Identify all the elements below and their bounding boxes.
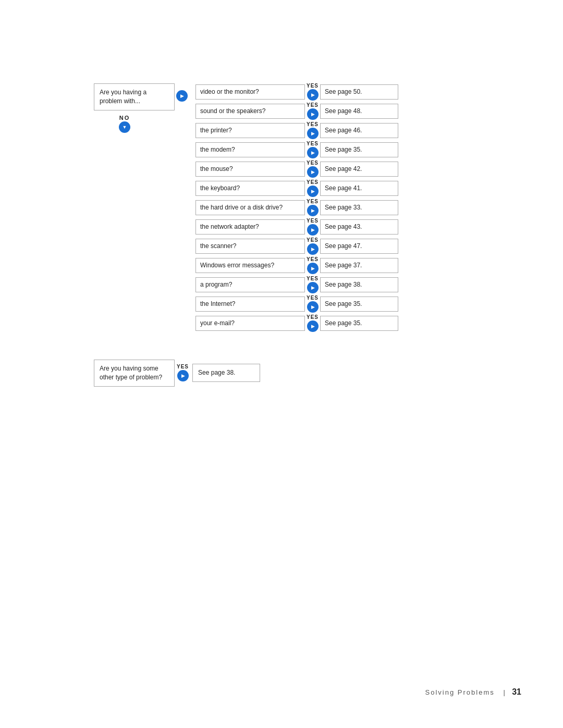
yes-arrow-group: YES	[307, 315, 319, 332]
item-answer-box: See page 48.	[320, 104, 398, 119]
item-answer-box: See page 43.	[320, 219, 398, 235]
yes-right-arrow	[307, 263, 319, 274]
item-answer-box: See page 42.	[320, 162, 398, 177]
item-question-box: video or the monitor?	[195, 84, 305, 100]
yes-arrow-group: YES	[307, 199, 319, 216]
item-answer-box: See page 37.	[320, 258, 398, 273]
no-arrow-area: NO	[119, 115, 130, 133]
yes-label: YES	[307, 276, 319, 281]
item-question-box: your e-mail?	[195, 316, 305, 331]
item-question-box: the scanner?	[195, 239, 305, 254]
yes-label: YES	[307, 180, 319, 185]
bottom-yes-label-group: YES	[177, 364, 189, 381]
bottom-yes-label: YES	[177, 364, 189, 369]
yes-label: YES	[307, 238, 319, 243]
yes-arrow-group: YES	[307, 218, 319, 236]
bottom-answer-text: See page 38.	[198, 369, 235, 376]
bottom-answer-box: See page 38.	[192, 364, 260, 382]
yes-right-arrow	[307, 186, 319, 197]
item-answer-box: See page 33.	[320, 200, 398, 215]
bottom-yes-group: YES	[177, 364, 190, 381]
yes-arrow-group: YES	[307, 83, 319, 101]
bottom-yes-arrow	[177, 370, 189, 381]
bottom-question-text: Are you having some other type of proble…	[100, 365, 162, 381]
yes-right-arrow	[307, 108, 319, 120]
yes-right-arrow	[307, 147, 319, 158]
item-question-box: sound or the speakers?	[195, 104, 305, 119]
yes-arrow-group: YES	[307, 238, 319, 255]
page-footer: Solving Problems | 31	[425, 687, 521, 697]
yes-right-arrow	[307, 224, 319, 236]
item-question-box: the network adapter?	[195, 219, 305, 235]
item-row: the printer?YESSee page 46.	[195, 122, 456, 139]
item-answer-box: See page 50.	[320, 84, 398, 100]
item-question-box: the hard drive or a disk drive?	[195, 200, 305, 215]
yes-label: YES	[307, 295, 319, 301]
bottom-question-box: Are you having some other type of proble…	[94, 360, 175, 387]
yes-right-arrow	[307, 205, 319, 216]
item-answer-box: See page 41.	[320, 181, 398, 196]
items-section: video or the monitor?YESSee page 50.soun…	[195, 83, 456, 334]
yes-label: YES	[307, 83, 319, 89]
yes-arrow-group: YES	[307, 257, 319, 274]
yes-arrow-group: YES	[307, 295, 319, 313]
item-answer-box: See page 46.	[320, 123, 398, 138]
item-row: a program?YESSee page 38.	[195, 276, 456, 293]
item-question-box: the modem?	[195, 142, 305, 157]
item-answer-box: See page 35.	[320, 316, 398, 331]
yes-right-arrow	[307, 301, 319, 313]
item-row: the modem?YESSee page 35.	[195, 141, 456, 158]
item-question-box: the printer?	[195, 123, 305, 138]
main-question-text: Are you having a problem with...	[100, 89, 146, 105]
yes-arrow-group: YES	[307, 161, 319, 178]
yes-arrow-group: YES	[307, 103, 319, 120]
item-answer-box: See page 38.	[320, 277, 398, 292]
item-row: the Internet?YESSee page 35.	[195, 295, 456, 313]
item-row: Windows error messages?YESSee page 37.	[195, 257, 456, 274]
yes-right-arrow	[307, 282, 319, 293]
yes-right-arrow	[307, 89, 319, 101]
yes-label: YES	[307, 161, 319, 166]
yes-arrow-group: YES	[307, 180, 319, 197]
item-question-box: a program?	[195, 277, 305, 292]
yes-label: YES	[307, 141, 319, 146]
yes-arrow-group: YES	[307, 122, 319, 139]
item-row: the mouse?YESSee page 42.	[195, 161, 456, 178]
item-question-box: the mouse?	[195, 162, 305, 177]
no-label: NO	[119, 115, 130, 121]
footer-page-number: 31	[512, 687, 521, 696]
main-right-arrow-icon	[176, 90, 188, 102]
item-question-box: the keyboard?	[195, 181, 305, 196]
item-row: your e-mail?YESSee page 35.	[195, 315, 456, 332]
item-row: the keyboard?YESSee page 41.	[195, 180, 456, 197]
item-answer-box: See page 35.	[320, 297, 398, 312]
item-row: video or the monitor?YESSee page 50.	[195, 83, 456, 101]
yes-arrow-group: YES	[307, 141, 319, 158]
yes-right-arrow	[307, 320, 319, 332]
item-row: sound or the speakers?YESSee page 48.	[195, 103, 456, 120]
yes-right-arrow	[307, 128, 319, 139]
footer-separator: |	[504, 688, 506, 696]
footer-text: Solving Problems	[425, 688, 495, 696]
yes-label: YES	[307, 199, 319, 204]
item-row: the network adapter?YESSee page 43.	[195, 218, 456, 236]
yes-label: YES	[307, 257, 319, 262]
yes-arrow-group: YES	[307, 276, 319, 293]
yes-label: YES	[307, 315, 319, 320]
item-answer-box: See page 35.	[320, 142, 398, 157]
item-row: the hard drive or a disk drive?YESSee pa…	[195, 199, 456, 216]
no-down-arrow	[119, 121, 130, 133]
item-question-box: the Internet?	[195, 297, 305, 312]
main-question-box: Are you having a problem with...	[94, 83, 175, 110]
yes-label: YES	[307, 103, 319, 108]
main-right-arrow-group	[176, 90, 188, 102]
bottom-section: Are you having some other type of proble…	[94, 360, 260, 387]
yes-label: YES	[307, 218, 319, 224]
item-row: the scanner?YESSee page 47.	[195, 238, 456, 255]
item-answer-box: See page 47.	[320, 239, 398, 254]
yes-right-arrow	[307, 243, 319, 255]
item-question-box: Windows error messages?	[195, 258, 305, 273]
yes-right-arrow	[307, 166, 319, 178]
yes-label: YES	[307, 122, 319, 127]
